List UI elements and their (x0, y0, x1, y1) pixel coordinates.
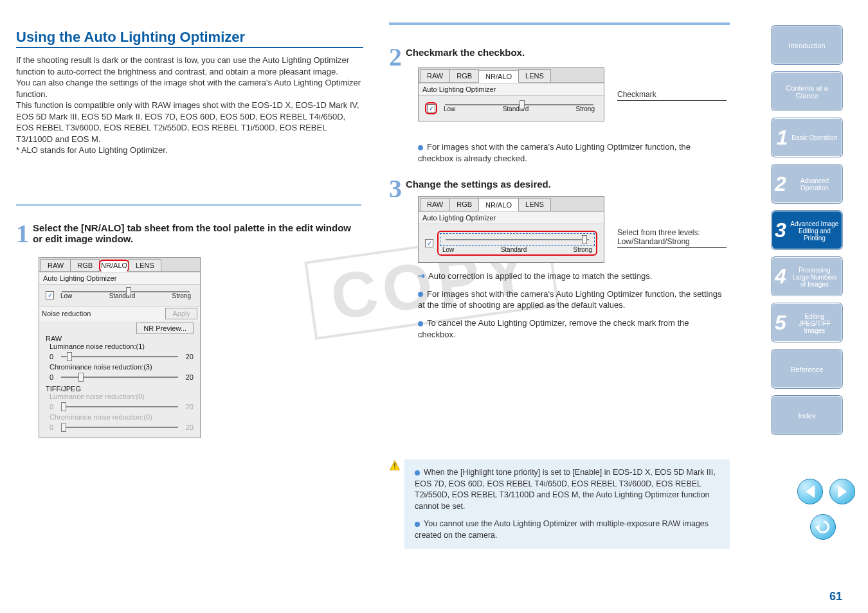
alo-label-3: Auto Lighting Optimizer (419, 211, 604, 224)
prev-page-button[interactable] (797, 479, 823, 504)
nav-chapter-2[interactable]: 2Advanced Operation (772, 164, 842, 203)
side-navigation: Introduction Contents at a Glance 1Basic… (772, 26, 855, 442)
page-nav-arrows (797, 479, 855, 504)
step-3-title: Change the settings as desired. (406, 179, 551, 190)
warning-note: When the [Highlight tone priority] is se… (404, 459, 730, 549)
alo-checkbox-3[interactable] (425, 239, 433, 247)
tab-raw[interactable]: RAW (41, 259, 71, 271)
tick-strong: Strong (172, 292, 191, 299)
bullet-icon (415, 470, 420, 475)
step-2-title: Checkmark the checkbox. (406, 47, 525, 58)
palette-step3: RAW RGB NR/ALO LENS Auto Lighting Optimi… (418, 196, 604, 263)
tab-lens[interactable]: LENS (129, 259, 161, 271)
step2-caption: Checkmark (617, 90, 727, 99)
bullet-icon (418, 321, 423, 326)
tab-lens-3[interactable]: LENS (518, 198, 551, 211)
bullet-icon (418, 145, 423, 150)
svg-text:!: ! (393, 462, 396, 470)
step3-note2: To cancel the Auto Lighting Optimizer, r… (418, 318, 689, 339)
tick-standard: Standard (109, 292, 136, 299)
raw-section-label: RAW (46, 335, 194, 342)
tool-palette-full: RAW RGB NR/ALO LENS Auto Lighting Optimi… (39, 257, 201, 438)
nav-reference[interactable]: Reference (772, 350, 842, 388)
tab-nralo-2[interactable]: NR/ALO (478, 70, 519, 83)
tab-rgb-3[interactable]: RGB (449, 198, 479, 211)
lum-nr-slider[interactable] (61, 356, 178, 357)
step3-result: Auto correction is applied to the image … (428, 271, 652, 281)
arrow-right-icon (838, 485, 847, 498)
next-page-button[interactable] (829, 479, 855, 504)
nr-label: Noise reduction (42, 310, 91, 317)
lum0-nr-slider (61, 406, 178, 407)
lum0-nr-label: Luminance noise reduction:(0) (50, 393, 194, 400)
tab-nralo[interactable]: NR/ALO (99, 260, 129, 272)
divider-top-right (389, 22, 730, 25)
tab-rgb[interactable]: RGB (70, 259, 100, 271)
step3-caption: Select from three levels: Low/Standard/S… (617, 228, 727, 246)
chrom0-nr-slider (61, 427, 178, 428)
alo-checkbox-2[interactable] (427, 104, 435, 112)
nr-preview-button[interactable]: NR Preview... (136, 323, 194, 334)
alo-slider[interactable] (62, 291, 190, 292)
chrom-nr-label: Chrominance noise reduction:(3) (50, 363, 194, 371)
page-number: 61 (829, 590, 842, 603)
back-button[interactable] (810, 514, 836, 540)
tab-nralo-3[interactable]: NR/ALO (478, 199, 519, 211)
section-body: If the shooting result is dark or the co… (16, 55, 363, 156)
nav-contents[interactable]: Contents at a Glance (772, 72, 842, 111)
step-3-number: 3 (389, 173, 402, 204)
lum-nr-label: Luminance noise reduction:(1) (50, 342, 194, 350)
alo-label: Auto Lighting Optimizer (39, 272, 200, 285)
warning-icon: ! (389, 459, 401, 471)
alo-slider-3[interactable] (446, 239, 589, 240)
nav-index[interactable]: Index (772, 396, 842, 434)
alo-label-2: Auto Lighting Optimizer (419, 83, 604, 96)
tick-low: Low (60, 292, 72, 299)
step-2-number: 2 (389, 42, 402, 72)
nav-chapter-1[interactable]: 1Basic Operation (772, 118, 842, 157)
tab-raw-3[interactable]: RAW (420, 198, 450, 211)
chrom-nr-slider[interactable] (61, 377, 178, 378)
chrom0-nr-label: Chrominance noise reduction:(0) (50, 413, 194, 421)
nav-chapter-5[interactable]: 5Editing JPEG/TIFF Images (772, 303, 842, 342)
apply-button[interactable]: Apply (165, 308, 197, 319)
warning-1: When the [Highlight tone priority] is se… (415, 468, 716, 511)
step-1-number: 1 (16, 218, 29, 249)
arrow-left-icon (806, 485, 815, 498)
nav-introduction[interactable]: Introduction (772, 26, 842, 64)
tab-lens-2[interactable]: LENS (518, 69, 551, 82)
divider-left (16, 204, 361, 206)
tab-rgb-2[interactable]: RGB (449, 69, 479, 82)
nav-chapter-4[interactable]: 4Processing Large Numbers of Images (772, 257, 842, 296)
palette-step2: RAW RGB NR/ALO LENS Auto Lighting Optimi… (418, 67, 604, 121)
section-heading: Using the Auto Lighting Optimizer (16, 29, 363, 48)
alo-checkbox[interactable] (46, 291, 54, 299)
warning-2: You cannot use the Auto Lighting Optimiz… (415, 519, 709, 540)
step3-note1: For images shot with the camera's Auto L… (418, 289, 721, 310)
step2-note: For images shot with the camera's Auto L… (418, 142, 691, 163)
tiff-section-label: TIFF/JPEG (46, 385, 194, 393)
tab-raw-2[interactable]: RAW (420, 69, 450, 82)
step-1-title: Select the [NR/ALO] tab sheet from the t… (33, 222, 354, 244)
bullet-icon (418, 292, 423, 297)
nav-chapter-3[interactable]: 3Advanced Image Editing and Printing (772, 211, 842, 249)
arrow-right-icon: ➔ (418, 271, 426, 281)
alo-slider-2[interactable] (445, 104, 593, 105)
undo-icon (814, 518, 832, 536)
bullet-icon (415, 522, 420, 527)
